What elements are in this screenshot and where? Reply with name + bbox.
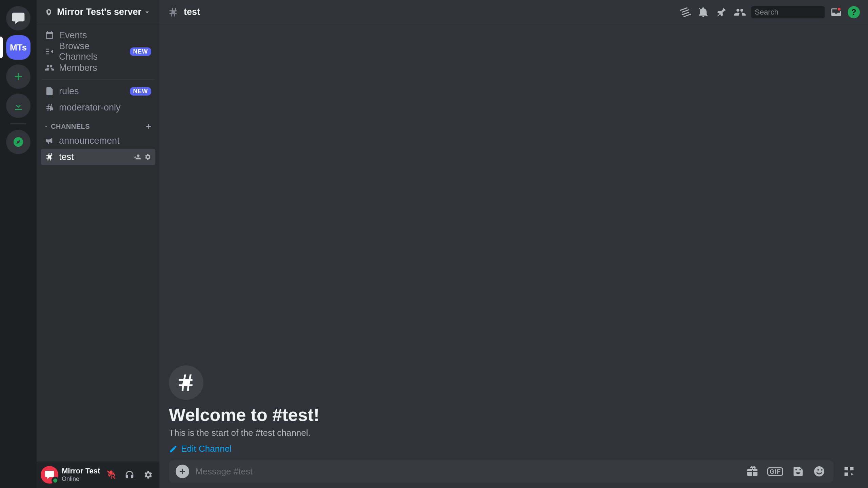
add-server-button[interactable] (6, 64, 31, 89)
mute-mic-button[interactable] (104, 467, 119, 482)
hash-icon (45, 152, 54, 162)
calendar-icon (45, 30, 54, 40)
channel-sidebar: Mirror Test's server Events Browse Chann… (37, 0, 159, 488)
message-area: Welcome to #test! This is the start of t… (159, 24, 868, 488)
channel-category[interactable]: CHANNELS (41, 116, 155, 133)
nav-browse-channels[interactable]: Browse Channels NEW (41, 43, 155, 60)
rail-separator (10, 123, 26, 124)
user-settings-button[interactable] (140, 467, 155, 482)
attach-button[interactable] (176, 465, 189, 478)
nav-label: Events (59, 30, 151, 41)
gif-button[interactable]: GIF (766, 466, 785, 477)
direct-messages-button[interactable] (6, 6, 31, 30)
pencil-icon (169, 445, 178, 453)
create-channel-icon[interactable] (144, 122, 153, 130)
apps-button[interactable] (840, 460, 859, 483)
welcome-title: Welcome to #test! (169, 405, 859, 425)
inbox-button[interactable] (829, 5, 843, 19)
user-info[interactable]: Mirror Test Online (62, 467, 100, 482)
edit-channel-link[interactable]: Edit Channel (169, 444, 859, 454)
chevron-down-icon (43, 124, 49, 129)
status-online-icon (52, 477, 59, 484)
notification-mute-button[interactable] (696, 5, 710, 19)
sticker-button[interactable] (791, 464, 806, 479)
welcome-hash-icon (169, 365, 203, 400)
channel-label: rules (59, 86, 125, 97)
search-box[interactable] (751, 6, 825, 18)
channel-welcome: Welcome to #test! This is the start of t… (169, 365, 859, 460)
sidebar-separator (42, 79, 154, 80)
channel-header: test ? (159, 0, 868, 24)
explore-servers-button[interactable] (6, 130, 31, 154)
unread-indicator (837, 7, 842, 12)
hash-lock-icon (45, 103, 54, 112)
main-content: test ? Welcome to #test! This is the sta… (159, 0, 868, 488)
gift-button[interactable] (745, 464, 760, 479)
user-name: Mirror Test (62, 467, 100, 475)
members-icon (45, 63, 54, 73)
download-apps-button[interactable] (6, 94, 31, 118)
server-initials: MTs (10, 42, 27, 53)
hash-icon (167, 6, 179, 18)
new-badge: NEW (130, 87, 152, 96)
nav-label: Members (59, 63, 151, 73)
channel-title: test (184, 7, 200, 17)
category-label: CHANNELS (51, 123, 142, 130)
server-boost-icon (45, 8, 53, 16)
channel-announcement[interactable]: announcement (41, 133, 155, 149)
nav-members[interactable]: Members (41, 60, 155, 76)
user-avatar[interactable] (41, 466, 58, 484)
emoji-button[interactable] (812, 464, 827, 479)
channel-label: test (59, 152, 129, 162)
user-panel: Mirror Test Online (37, 462, 159, 488)
help-button[interactable]: ? (848, 6, 860, 18)
megaphone-icon (45, 136, 54, 145)
server-name: Mirror Test's server (57, 7, 143, 17)
deafen-button[interactable] (122, 467, 137, 482)
member-list-button[interactable] (733, 5, 747, 19)
message-composer: GIF (169, 460, 833, 483)
pinned-messages-button[interactable] (715, 5, 728, 19)
new-badge: NEW (130, 47, 152, 56)
user-status: Online (62, 475, 100, 483)
message-input[interactable] (195, 466, 739, 477)
channel-label: announcement (59, 136, 151, 146)
browse-icon (45, 47, 54, 56)
server-rail: MTs (0, 0, 37, 488)
threads-button[interactable] (678, 5, 692, 19)
server-tile-active[interactable]: MTs (6, 35, 31, 60)
invite-people-icon[interactable] (134, 153, 141, 161)
nav-label: Browse Channels (59, 41, 125, 62)
server-header[interactable]: Mirror Test's server (37, 0, 159, 24)
edit-channel-label: Edit Channel (181, 444, 232, 454)
welcome-subtitle: This is the start of the #test channel. (169, 428, 859, 438)
rules-icon (45, 86, 54, 96)
channel-test[interactable]: test (41, 149, 155, 165)
chevron-down-icon (143, 8, 151, 16)
channel-label: moderator-only (59, 102, 151, 113)
channel-moderator-only[interactable]: moderator-only (41, 99, 155, 116)
channel-settings-icon[interactable] (144, 153, 151, 161)
channel-rules[interactable]: rules NEW (41, 83, 155, 99)
